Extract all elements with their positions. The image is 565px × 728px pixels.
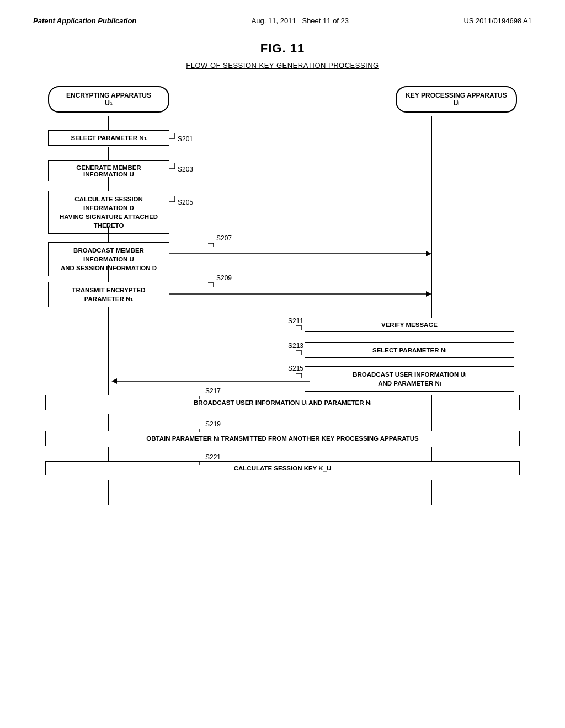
sheet: Sheet 11 of 23 [302, 17, 349, 25]
step-S219: OBTAIN PARAMETER Nᵢ TRANSMITTED FROM ANO… [45, 431, 520, 446]
actor-right-line2: Uᵢ [454, 99, 460, 107]
page: Patent Application Publication Aug. 11, … [0, 0, 565, 728]
date: Aug. 11, 2011 [252, 17, 296, 25]
actor-left-line2: U₁ [105, 99, 113, 107]
step-S213-text: SELECT PARAMETER Nᵢ [372, 347, 446, 354]
diagram-title: FLOW OF SESSION KEY GENERATION PROCESSIN… [33, 61, 532, 69]
actor-left-line1: ENCRYPTING APPARATUS [66, 92, 151, 99]
step-S221: CALCULATE SESSION KEY K_U [45, 461, 520, 475]
step-S217-text: BROADCAST USER INFORMATION Uᵢ AND PARAME… [194, 399, 371, 406]
step-S203-text: GENERATE MEMBER INFORMATION U [76, 164, 141, 178]
actor-right-line1: KEY PROCESSING APPARATUS [406, 92, 507, 99]
step-S203: GENERATE MEMBER INFORMATION U [48, 160, 169, 181]
step-S221-text: CALCULATE SESSION KEY K_U [234, 465, 332, 472]
step-S211: VERIFY MESSAGE [305, 318, 514, 332]
page-header: Patent Application Publication Aug. 11, … [33, 17, 532, 25]
publication-label: Patent Application Publication [33, 17, 136, 25]
step-S205: CALCULATE SESSION INFORMATION D HAVING S… [48, 191, 169, 234]
patent-number: US 2011/0194698 A1 [463, 17, 532, 25]
step-S219-text: OBTAIN PARAMETER Nᵢ TRANSMITTED FROM ANO… [146, 435, 418, 442]
step-S217: BROADCAST USER INFORMATION Uᵢ AND PARAME… [45, 395, 520, 410]
figure-title: FIG. 11 [33, 41, 532, 56]
step-S207: BROADCAST MEMBER INFORMATION U AND SESSI… [48, 242, 169, 276]
date-sheet: Aug. 11, 2011 Sheet 11 of 23 [252, 17, 349, 25]
step-S201: SELECT PARAMETER N₁ [48, 130, 169, 146]
step-S211-text: VERIFY MESSAGE [381, 322, 438, 328]
step-S209: TRANSMIT ENCRYPTED PARAMETER N₁ [48, 282, 169, 307]
step-S213: SELECT PARAMETER Nᵢ [305, 342, 514, 358]
actor-left: ENCRYPTING APPARATUS U₁ [45, 86, 172, 113]
actor-right: KEY PROCESSING APPARATUS Uᵢ [393, 86, 520, 113]
step-S215: BROADCAST USER INFORMATION Uᵢ AND PARAME… [305, 366, 514, 392]
step-S201-text: SELECT PARAMETER N₁ [71, 135, 146, 141]
